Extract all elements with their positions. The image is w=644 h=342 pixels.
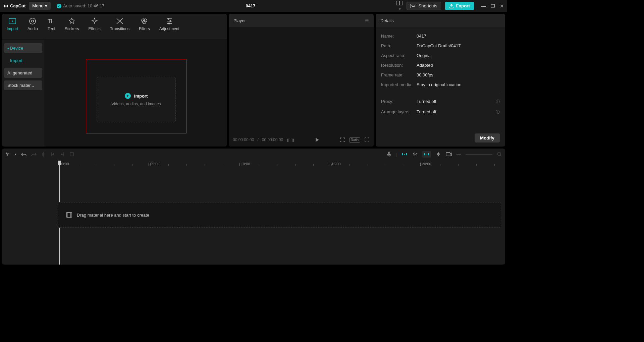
project-title: 0417 [108,3,393,8]
time-current: 00:00:00:00 [233,137,254,142]
tab-transitions[interactable]: Transitions [105,14,134,40]
sidebar-item-device[interactable]: ▾ Device [4,43,42,53]
panel-menu-icon[interactable]: ☰ [365,18,369,23]
import-subtitle: Videos, audios, and images [111,102,161,106]
svg-rect-6 [412,6,415,7]
transitions-icon [116,17,124,25]
svg-rect-25 [402,153,403,155]
maximize-button[interactable]: ❐ [491,3,495,9]
svg-text:TI: TI [48,18,52,24]
fullscreen-icon[interactable] [364,137,370,142]
focus-icon[interactable] [340,137,345,142]
tab-stickers[interactable]: Stickers [60,14,84,40]
export-button[interactable]: Export [445,2,474,10]
align-button[interactable] [436,152,441,157]
app-name: CapCut [10,3,25,8]
details-panel: Details Name:0417 Path:D:/CapCut Drafts/… [376,14,505,147]
detail-value: Turned off [417,109,496,115]
audio-icon [29,17,37,25]
detail-label: Proxy: [381,99,417,105]
tab-effects[interactable]: Effects [84,14,105,40]
pointer-tool[interactable] [5,152,10,157]
svg-rect-24 [388,152,390,155]
shortcuts-button[interactable]: Shortcuts [407,2,441,10]
tab-import[interactable]: Import [2,14,23,40]
svg-rect-27 [404,154,405,155]
player-header: Player ☰ [229,14,374,27]
minimize-button[interactable]: — [481,3,486,9]
magnet-track-button[interactable] [422,151,431,158]
detail-label: Aspect ratio: [381,53,417,58]
svg-line-36 [500,155,501,156]
svg-point-3 [412,5,412,6]
timeline-dropzone[interactable]: Drag material here and start to create [58,202,501,228]
media-panel: Import Audio TI Text Stickers Effects Tr… [2,14,227,147]
menu-button[interactable]: Menu ▾ [29,2,50,10]
tab-audio[interactable]: Audio [23,14,43,40]
svg-point-5 [414,5,415,6]
app-logo: CapCut [3,3,25,9]
player-controls: 00:00:00:00 / 00:00:00:00 ◧◨ Ratio [229,133,374,147]
tab-filters[interactable]: Filters [134,14,155,40]
svg-rect-26 [406,153,407,155]
info-icon[interactable]: ⓘ [496,109,500,115]
play-button[interactable] [314,137,320,142]
info-icon[interactable]: ⓘ [496,99,500,105]
redo-button[interactable] [31,152,37,157]
plus-icon: + [125,93,131,99]
zoom-out-button[interactable]: — [457,152,461,157]
layout-button[interactable]: ▾ [396,1,402,11]
preview-toggle-button[interactable] [446,152,452,157]
sidebar-item-ai[interactable]: AI generated [4,68,42,78]
tab-text[interactable]: TI Text [43,14,60,40]
tab-adjustment[interactable]: Adjustment [155,14,184,40]
detail-value: 0417 [417,34,500,39]
detail-value: Original [417,53,500,58]
drop-hint: Drag material here and start to create [77,213,149,218]
import-dropzone[interactable]: + Import Videos, audios, and images [97,77,176,122]
compare-icon[interactable]: ◧◨ [286,137,294,142]
zoom-in-button[interactable] [497,152,502,157]
zoom-slider[interactable] [466,154,492,155]
import-tab-icon [8,17,16,25]
delete-button[interactable] [69,152,74,157]
media-sidebar: ▾ Device Import AI generated Stock mater… [2,40,44,147]
text-icon: TI [47,17,55,25]
mic-button[interactable] [387,152,391,157]
svg-rect-23 [70,153,73,156]
svg-point-35 [497,152,501,156]
media-tabs: Import Audio TI Text Stickers Effects Tr… [2,14,227,40]
svg-rect-2 [410,4,416,8]
trim-right-button[interactable] [60,152,65,157]
stickers-icon [68,17,76,25]
timeline-ruler[interactable]: 00:00 | 05:00 | 10:00 | 15:00 | 20:00 [2,160,505,169]
check-icon: ✓ [57,4,61,8]
timeline: 00:00 | 05:00 | 10:00 | 15:00 | 20:00 Dr… [2,160,505,265]
svg-point-8 [30,18,36,24]
trim-left-button[interactable] [51,152,55,157]
chevron-down-icon: ▾ [399,7,401,11]
detail-label: Frame rate: [381,72,417,77]
pointer-dropdown[interactable]: ▾ [15,153,16,156]
filters-icon [140,17,148,25]
detail-label: Resolution: [381,63,417,68]
split-button[interactable] [41,152,46,157]
logo-icon [3,3,9,9]
undo-button[interactable] [21,152,26,157]
film-icon [66,212,72,218]
timeline-tracks[interactable]: Drag material here and start to create [2,202,505,228]
snap-center-button[interactable] [412,152,418,157]
sidebar-item-import[interactable]: Import [4,56,42,65]
detail-label: Imported media: [381,82,417,87]
modify-button[interactable]: Modify [475,133,500,142]
ratio-button[interactable]: Ratio [349,137,360,142]
timeline-toolbar: ▾ | — [2,149,505,160]
detail-value: Adapted [417,63,500,68]
keyboard-icon [410,4,416,8]
sidebar-item-stock[interactable]: Stock mater... [4,80,42,90]
ruler-mark: 00:00 [60,162,69,166]
close-button[interactable]: ✕ [500,3,504,9]
svg-point-9 [32,20,34,22]
magnet-main-button[interactable] [401,152,408,157]
media-content: + Import Videos, audios, and images [44,40,227,147]
